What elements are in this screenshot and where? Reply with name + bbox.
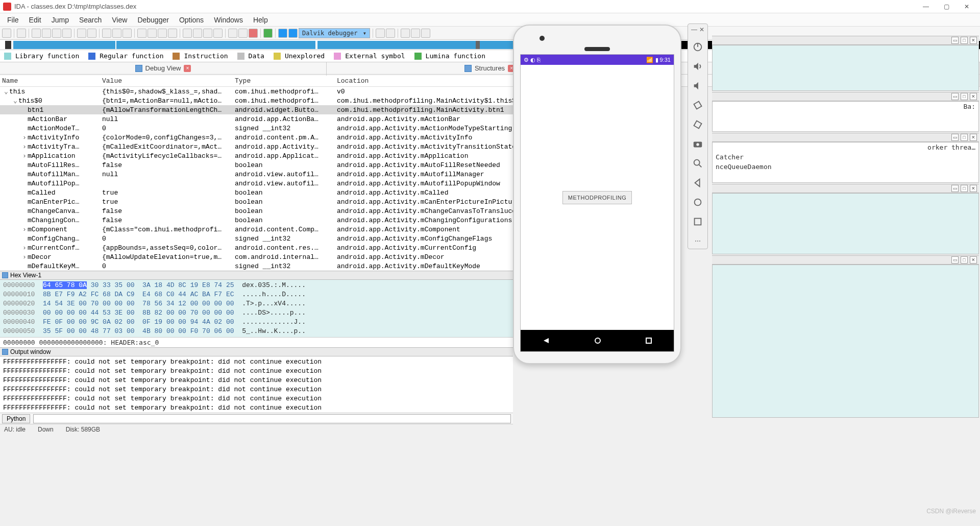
phone-screen[interactable]: ⚙ ◐ ⎘ 📶 ▮ 9:31 METHODPROFILING xyxy=(520,54,674,352)
up-icon[interactable] xyxy=(52,29,61,38)
rpane5-max-icon[interactable]: □ xyxy=(961,256,968,264)
locals-row[interactable]: ⌄this$0{btn1=,mActionBar=null,mActio…com… xyxy=(0,96,513,105)
tree-arrow-icon[interactable] xyxy=(22,235,28,243)
phone-recent-icon[interactable] xyxy=(646,338,652,344)
hex-icon[interactable] xyxy=(102,29,111,38)
rpane5-close-icon[interactable]: ✕ xyxy=(970,256,977,264)
tab-close-icon[interactable]: × xyxy=(184,65,191,72)
locals-row[interactable]: mAutoFillRes…falsebooleanandroid.app.Act… xyxy=(0,160,513,170)
hex-row[interactable]: 00000000 64 65 78 0A 30 33 35 00 3A 18 4… xyxy=(3,281,510,290)
tree-arrow-icon[interactable] xyxy=(22,161,28,169)
camera-icon[interactable] xyxy=(692,138,703,150)
run-icon[interactable] xyxy=(263,29,273,38)
maximize-button[interactable]: ▢ xyxy=(936,1,957,12)
locals-row[interactable]: mCanEnterPic…truebooleanandroid.app.Acti… xyxy=(0,197,513,206)
locals-row[interactable]: btn1{mAllowTransformationLengthCh…androi… xyxy=(0,105,513,114)
emu-overview-icon[interactable] xyxy=(692,216,703,227)
dbg4-icon[interactable] xyxy=(411,29,420,38)
open-icon[interactable] xyxy=(2,29,11,38)
menu-edit[interactable]: Edit xyxy=(24,15,46,25)
tree-arrow-icon[interactable] xyxy=(22,106,28,114)
tree-arrow-icon[interactable] xyxy=(22,115,28,123)
python-lang-button[interactable]: Python xyxy=(2,414,30,423)
locals-row[interactable]: mDefaultKeyM…0signed __int32android.app.… xyxy=(0,261,513,271)
menu-search[interactable]: Search xyxy=(74,15,107,25)
locals-row[interactable]: mActionBarnullandroid.app.ActionBa…andro… xyxy=(0,114,513,124)
rpane1-close-icon[interactable]: ✕ xyxy=(970,37,977,44)
hex-row[interactable]: 00000040 FE 0F 00 00 9C 0A 02 00 0F 19 0… xyxy=(3,318,510,327)
menu-file[interactable]: File xyxy=(2,15,24,25)
tree-arrow-icon[interactable]: › xyxy=(22,143,28,151)
tree-arrow-icon[interactable] xyxy=(22,217,28,224)
tree-arrow-icon[interactable] xyxy=(22,262,28,270)
output-window[interactable]: FFFFFFFFFFFFFFFF: could not set temporar… xyxy=(0,356,513,413)
tree-arrow-icon[interactable]: ⌄ xyxy=(13,97,18,105)
rpane5-rest-icon[interactable]: ▭ xyxy=(951,256,959,264)
rpane3-close-icon[interactable]: ✕ xyxy=(970,134,977,141)
menu-help[interactable]: Help xyxy=(248,15,273,25)
emu-minimize-icon[interactable]: — xyxy=(691,26,697,33)
rotate-right-icon[interactable] xyxy=(692,119,703,130)
tree-arrow-icon[interactable] xyxy=(22,180,28,187)
zoom-icon[interactable] xyxy=(692,158,703,169)
col-value[interactable]: Value xyxy=(102,77,235,85)
misc1-icon[interactable] xyxy=(183,29,192,38)
methodprofiling-button[interactable]: METHODPROFILING xyxy=(562,191,632,204)
forward-icon[interactable] xyxy=(42,29,51,38)
phone-back-icon[interactable] xyxy=(543,337,550,344)
zoom-icon[interactable] xyxy=(122,29,132,38)
back-icon[interactable] xyxy=(32,29,41,38)
pause-icon[interactable] xyxy=(278,29,287,38)
power-icon[interactable] xyxy=(692,41,703,53)
tree-arrow-icon[interactable] xyxy=(22,125,28,132)
locals-row[interactable]: ›mComponent{mClass="com.ihui.methodprofi… xyxy=(0,225,513,234)
struct-icon[interactable] xyxy=(158,29,167,38)
text-icon[interactable] xyxy=(112,29,121,38)
locals-row[interactable]: mChangeCanva…falsebooleanandroid.app.Act… xyxy=(0,206,513,216)
rpane2-rest-icon[interactable]: ▭ xyxy=(951,93,959,100)
locals-row[interactable]: mAutofillPop…android.view.autofil…androi… xyxy=(0,179,513,188)
rotate-left-icon[interactable] xyxy=(692,100,703,111)
tree-arrow-icon[interactable]: › xyxy=(22,253,28,261)
col-name[interactable]: Name xyxy=(0,77,102,85)
misc6-icon[interactable] xyxy=(238,29,248,38)
volume-down-icon[interactable] xyxy=(692,80,703,91)
rpane2-close-icon[interactable]: ✕ xyxy=(970,93,977,100)
rpane1-rest-icon[interactable]: ▭ xyxy=(951,37,959,44)
tree-arrow-icon[interactable]: › xyxy=(22,134,28,141)
hex-view[interactable]: 00000000 64 65 78 0A 30 33 35 00 3A 18 4… xyxy=(0,280,513,337)
dbg3-icon[interactable] xyxy=(401,29,410,38)
tree-arrow-icon[interactable]: › xyxy=(22,152,28,160)
menu-options[interactable]: Options xyxy=(174,15,209,25)
rpane4-rest-icon[interactable]: ▭ xyxy=(951,185,959,192)
emu-back-icon[interactable] xyxy=(692,177,703,188)
enum-icon[interactable] xyxy=(168,29,177,38)
hex-row[interactable]: 00000010 8B E7 F9 A2 FC 68 DA C9 E4 68 C… xyxy=(3,290,510,299)
locals-row[interactable]: mChangingCon…falsebooleanandroid.app.Act… xyxy=(0,216,513,225)
misc3-icon[interactable] xyxy=(203,29,212,38)
locals-row[interactable]: ›mActivityInfo{colorMode=0,configChanges… xyxy=(0,133,513,142)
delete-icon[interactable] xyxy=(249,29,258,38)
rpane4-close-icon[interactable]: ✕ xyxy=(970,185,977,192)
tree-arrow-icon[interactable] xyxy=(22,189,28,197)
col-type[interactable]: Type xyxy=(235,77,337,85)
close-button[interactable]: ✕ xyxy=(957,1,977,12)
locals-row[interactable]: ›mApplication{mActivityLifecycleCallback… xyxy=(0,151,513,160)
rpane2-max-icon[interactable]: □ xyxy=(961,93,968,100)
misc4-icon[interactable] xyxy=(213,29,223,38)
locals-row[interactable]: mConfigChang…0signed __int32android.app.… xyxy=(0,234,513,243)
tree-arrow-icon[interactable] xyxy=(22,198,28,206)
debugger-selector[interactable]: Dalvik debugger ▾ xyxy=(299,28,370,38)
menu-jump[interactable]: Jump xyxy=(46,15,74,25)
hex-row[interactable]: 00000020 14 54 3E 00 70 00 00 00 78 56 3… xyxy=(3,299,510,308)
dbg1-icon[interactable] xyxy=(376,29,385,38)
locals-row[interactable]: ⌄this{this$0=,shadow$_klass_=,shad…com.i… xyxy=(0,87,513,96)
stop-icon[interactable] xyxy=(288,29,298,38)
locals-row[interactable]: ›mActivityTra…{mCalledExitCoordinator=,m… xyxy=(0,142,513,151)
locals-row[interactable]: mActionModeT…0signed __int32android.app.… xyxy=(0,124,513,133)
col-location[interactable]: Location xyxy=(337,77,513,85)
tab-debug-view[interactable]: Debug View× xyxy=(0,62,327,74)
misc2-icon[interactable] xyxy=(193,29,202,38)
locals-row[interactable]: ›mDecor{mAllowUpdateElevation=true,m…com… xyxy=(0,252,513,261)
locals-row[interactable]: ›mCurrentConf…{appBounds=,assetsSeq=0,co… xyxy=(0,243,513,252)
